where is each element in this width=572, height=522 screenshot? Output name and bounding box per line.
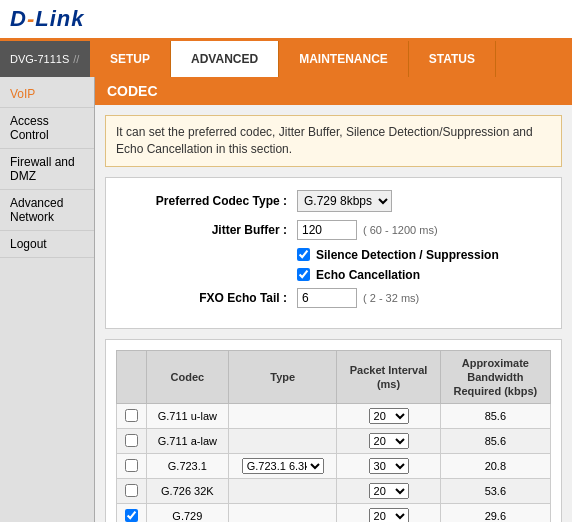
table-row: G.726 32K 203040 53.6 [117, 479, 551, 504]
logo-link: Link [35, 6, 84, 31]
row1-codec: G.711 u-law [146, 404, 228, 429]
row1-checkbox[interactable] [125, 409, 138, 422]
fxo-echo-tail-input[interactable] [297, 288, 357, 308]
row2-interval-select[interactable]: 203040 [369, 433, 409, 449]
fxo-echo-tail-value: ( 2 - 32 ms) [297, 288, 419, 308]
silence-detection-row: Silence Detection / Suppression [122, 248, 545, 262]
row1-interval: 203040 [337, 404, 440, 429]
row2-check [117, 429, 147, 454]
jitter-buffer-value: ( 60 - 1200 ms) [297, 220, 438, 240]
silence-detection-label: Silence Detection / Suppression [316, 248, 499, 262]
logo-dash: - [27, 6, 35, 31]
echo-cancellation-row: Echo Cancellation [122, 268, 545, 282]
th-codec: Codec [146, 350, 228, 404]
row1-check [117, 404, 147, 429]
row4-interval-select[interactable]: 203040 [369, 483, 409, 499]
row5-bandwidth: 29.6 [440, 504, 550, 522]
logo-d: D [10, 6, 27, 31]
table-header-row: Codec Type Packet Interval(ms) Approxima… [117, 350, 551, 404]
codec-table-section: Codec Type Packet Interval(ms) Approxima… [105, 339, 562, 522]
dlink-logo: D-Link [10, 6, 562, 32]
tab-maintenance[interactable]: MAINTENANCE [279, 41, 409, 77]
table-row: G.723.1 G.723.1 6.3kG.723.1 5.3k 3060 20… [117, 454, 551, 479]
device-name: DVG-7111S [10, 53, 69, 65]
row5-type [229, 504, 337, 522]
row3-check [117, 454, 147, 479]
row1-bandwidth: 85.6 [440, 404, 550, 429]
row5-check [117, 504, 147, 522]
row4-codec: G.726 32K [146, 479, 228, 504]
fxo-echo-tail-row: FXO Echo Tail : ( 2 - 32 ms) [122, 288, 545, 308]
device-slash: // [73, 53, 79, 65]
th-type: Type [229, 350, 337, 404]
row5-codec: G.729 [146, 504, 228, 522]
preferred-codec-row: Preferred Codec Type : G.729 8kbps G.711… [122, 190, 545, 212]
jitter-buffer-input[interactable] [297, 220, 357, 240]
sidebar: VoIP Access Control Firewall and DMZ Adv… [0, 77, 95, 522]
sidebar-item-voip[interactable]: VoIP [0, 81, 94, 108]
row3-codec: G.723.1 [146, 454, 228, 479]
sidebar-item-advanced-network[interactable]: Advanced Network [0, 190, 94, 231]
row4-bandwidth: 53.6 [440, 479, 550, 504]
page-title: CODEC [95, 77, 572, 105]
jitter-buffer-hint: ( 60 - 1200 ms) [363, 224, 438, 236]
device-label: DVG-7111S // [0, 41, 90, 77]
row1-type [229, 404, 337, 429]
row3-checkbox[interactable] [125, 459, 138, 472]
nav-tabs: SETUP ADVANCED MAINTENANCE STATUS [90, 41, 572, 77]
table-row: G.729 203040 29.6 [117, 504, 551, 522]
row1-interval-select[interactable]: 203040 [369, 408, 409, 424]
row5-interval-select[interactable]: 203040 [369, 508, 409, 522]
preferred-codec-select[interactable]: G.729 8kbps G.711 u-law G.711 a-law G.72… [297, 190, 392, 212]
preferred-codec-value: G.729 8kbps G.711 u-law G.711 a-law G.72… [297, 190, 392, 212]
content-area: CODEC It can set the preferred codec, Ji… [95, 77, 572, 522]
row5-interval: 203040 [337, 504, 440, 522]
row4-type [229, 479, 337, 504]
codec-form: Preferred Codec Type : G.729 8kbps G.711… [105, 177, 562, 329]
tab-advanced[interactable]: ADVANCED [171, 41, 279, 77]
tab-setup[interactable]: SETUP [90, 41, 171, 77]
sidebar-item-logout[interactable]: Logout [0, 231, 94, 258]
row2-checkbox[interactable] [125, 434, 138, 447]
header: D-Link [0, 0, 572, 41]
sidebar-item-firewall-dmz[interactable]: Firewall and DMZ [0, 149, 94, 190]
row2-bandwidth: 85.6 [440, 429, 550, 454]
echo-cancellation-checkbox[interactable] [297, 268, 310, 281]
th-bandwidth: ApproximateBandwidthRequired (kbps) [440, 350, 550, 404]
th-interval: Packet Interval(ms) [337, 350, 440, 404]
row2-interval: 203040 [337, 429, 440, 454]
row3-interval: 3060 [337, 454, 440, 479]
jitter-buffer-label: Jitter Buffer : [122, 223, 297, 237]
row5-checkbox[interactable] [125, 509, 138, 522]
echo-cancellation-label: Echo Cancellation [316, 268, 420, 282]
codec-table: Codec Type Packet Interval(ms) Approxima… [116, 350, 551, 522]
row4-interval: 203040 [337, 479, 440, 504]
row4-check [117, 479, 147, 504]
th-checkbox [117, 350, 147, 404]
fxo-echo-tail-hint: ( 2 - 32 ms) [363, 292, 419, 304]
navbar: DVG-7111S // SETUP ADVANCED MAINTENANCE … [0, 41, 572, 77]
sidebar-item-access-control[interactable]: Access Control [0, 108, 94, 149]
row3-type: G.723.1 6.3kG.723.1 5.3k [229, 454, 337, 479]
row3-type-select[interactable]: G.723.1 6.3kG.723.1 5.3k [242, 458, 324, 474]
row3-interval-select[interactable]: 3060 [369, 458, 409, 474]
main-layout: VoIP Access Control Firewall and DMZ Adv… [0, 77, 572, 522]
row2-codec: G.711 a-law [146, 429, 228, 454]
table-row: G.711 a-law 203040 85.6 [117, 429, 551, 454]
row2-type [229, 429, 337, 454]
table-row: G.711 u-law 203040 85.6 [117, 404, 551, 429]
info-box: It can set the preferred codec, Jitter B… [105, 115, 562, 167]
row4-checkbox[interactable] [125, 484, 138, 497]
info-text: It can set the preferred codec, Jitter B… [116, 125, 533, 156]
preferred-codec-label: Preferred Codec Type : [122, 194, 297, 208]
row3-bandwidth: 20.8 [440, 454, 550, 479]
tab-status[interactable]: STATUS [409, 41, 496, 77]
fxo-echo-tail-label: FXO Echo Tail : [122, 291, 297, 305]
silence-detection-checkbox[interactable] [297, 248, 310, 261]
jitter-buffer-row: Jitter Buffer : ( 60 - 1200 ms) [122, 220, 545, 240]
